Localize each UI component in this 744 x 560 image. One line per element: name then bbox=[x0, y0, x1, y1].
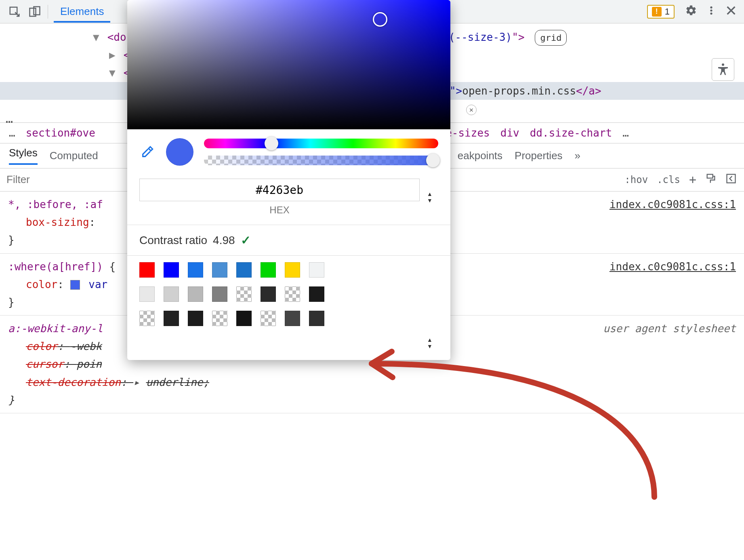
breadcrumb-item[interactable]: dd.size-chart bbox=[530, 127, 612, 139]
svg-point-5 bbox=[710, 12, 712, 14]
new-style-rule-icon[interactable]: + bbox=[689, 173, 696, 187]
palette-swatch[interactable] bbox=[139, 286, 155, 302]
breadcrumb-item[interactable]: section#ove bbox=[26, 127, 95, 139]
expand-triangle-icon[interactable]: ▼ bbox=[109, 64, 117, 82]
palette-swatch[interactable] bbox=[212, 311, 227, 326]
hov-toggle[interactable]: :hov bbox=[624, 174, 648, 185]
source-link[interactable]: index.c0c9081c.css:1 bbox=[609, 196, 736, 213]
palette-swatch[interactable] bbox=[164, 262, 179, 278]
ua-stylesheet-label: user agent stylesheet bbox=[603, 320, 736, 337]
paint-icon[interactable] bbox=[705, 173, 717, 187]
eyedropper-icon[interactable] bbox=[139, 144, 156, 160]
css-selector: a:-webkit-any-l bbox=[8, 322, 103, 335]
device-toggle-icon[interactable] bbox=[27, 4, 42, 19]
palette-swatch[interactable] bbox=[261, 262, 276, 278]
color-swatch-icon[interactable] bbox=[70, 280, 80, 290]
tab-styles[interactable]: Styles bbox=[9, 147, 38, 165]
palette-swatch[interactable] bbox=[188, 262, 203, 278]
palette-stepper[interactable]: ▲ ▼ bbox=[427, 335, 438, 351]
breadcrumb-overflow-right[interactable]: … bbox=[622, 127, 629, 139]
dom-text: open-props.min.css bbox=[462, 85, 576, 97]
alpha-slider[interactable] bbox=[204, 156, 438, 165]
palette-swatch[interactable] bbox=[188, 286, 203, 302]
svg-point-6 bbox=[722, 63, 724, 66]
breadcrumb-item[interactable]: div bbox=[500, 127, 519, 139]
inspect-icon[interactable] bbox=[7, 4, 22, 19]
palette-swatch[interactable] bbox=[188, 311, 203, 326]
contrast-label: Contrast ratio bbox=[139, 234, 207, 247]
issues-badge[interactable]: ! 1 bbox=[647, 5, 675, 19]
palette-swatch[interactable] bbox=[261, 311, 276, 326]
tab-elements[interactable]: Elements bbox=[54, 0, 110, 23]
saturation-value-area[interactable] bbox=[127, 0, 450, 129]
settings-icon[interactable] bbox=[685, 4, 697, 19]
palette-swatch[interactable] bbox=[285, 311, 300, 326]
svg-point-3 bbox=[710, 6, 712, 8]
svg-rect-7 bbox=[707, 174, 713, 178]
palette-swatch[interactable] bbox=[309, 286, 324, 302]
hue-handle[interactable] bbox=[265, 137, 278, 150]
remove-chip-icon[interactable]: × bbox=[466, 105, 477, 115]
palette-swatch[interactable] bbox=[212, 286, 227, 302]
chevron-up-icon[interactable]: ▲ bbox=[427, 337, 438, 343]
hue-slider[interactable] bbox=[204, 139, 438, 148]
alpha-handle[interactable] bbox=[426, 154, 440, 167]
contrast-ratio-row[interactable]: Contrast ratio 4.98 ✓ bbox=[127, 225, 450, 255]
computed-toggle-icon[interactable] bbox=[725, 173, 737, 187]
close-icon[interactable] bbox=[725, 5, 737, 19]
css-value[interactable]: var bbox=[88, 278, 107, 291]
tab-breakpoints[interactable]: eakpoints bbox=[458, 149, 502, 162]
hex-input[interactable] bbox=[139, 179, 420, 201]
tab-computed[interactable]: Computed bbox=[50, 149, 98, 162]
svg-rect-8 bbox=[727, 174, 736, 183]
css-property: text-decoration bbox=[26, 376, 121, 388]
cls-toggle[interactable]: .cls bbox=[657, 174, 680, 185]
palette-swatch[interactable] bbox=[236, 262, 252, 278]
expand-triangle-icon[interactable]: ▼ bbox=[93, 28, 101, 46]
svg-point-4 bbox=[710, 9, 712, 11]
dom-closing-tag: </a> bbox=[576, 85, 601, 97]
dom-tag: <do bbox=[107, 31, 126, 43]
css-selector: *, :before, :af bbox=[8, 198, 103, 211]
color-picker-popover: HEX ▲ ▼ Contrast ratio 4.98 ✓ ▲ ▼ bbox=[127, 0, 450, 360]
brace: } bbox=[8, 234, 15, 246]
subtabs-overflow[interactable]: » bbox=[575, 149, 580, 162]
color-format-label: HEX bbox=[139, 204, 420, 216]
chevron-up-icon[interactable]: ▲ bbox=[427, 191, 438, 197]
css-value: underline; bbox=[146, 376, 209, 388]
check-icon: ✓ bbox=[241, 233, 251, 247]
palette-swatch[interactable] bbox=[309, 311, 324, 326]
tab-properties[interactable]: Properties bbox=[515, 149, 563, 162]
collapsed-ancestors: … bbox=[6, 108, 14, 129]
palette-swatch[interactable] bbox=[309, 262, 324, 278]
palette-swatch[interactable] bbox=[212, 262, 227, 278]
color-palette: ▲ ▼ bbox=[127, 256, 450, 360]
grid-badge[interactable]: grid bbox=[535, 30, 567, 46]
palette-swatch[interactable] bbox=[261, 286, 276, 302]
palette-swatch[interactable] bbox=[139, 262, 155, 278]
brace: } bbox=[8, 394, 15, 406]
current-color-swatch bbox=[166, 138, 193, 166]
css-property[interactable]: color bbox=[26, 278, 57, 291]
palette-swatch[interactable] bbox=[285, 262, 300, 278]
palette-swatch[interactable] bbox=[285, 286, 300, 302]
kebab-menu-icon[interactable] bbox=[706, 5, 717, 18]
css-property[interactable]: box-sizing bbox=[26, 216, 89, 228]
palette-swatch[interactable] bbox=[164, 311, 179, 326]
chevron-down-icon[interactable]: ▼ bbox=[427, 197, 438, 204]
source-link[interactable]: index.c0c9081c.css:1 bbox=[609, 258, 736, 276]
chevron-down-icon[interactable]: ▼ bbox=[427, 343, 438, 349]
palette-swatch[interactable] bbox=[236, 311, 252, 326]
accessibility-icon[interactable] bbox=[712, 58, 734, 81]
satval-handle[interactable] bbox=[373, 12, 387, 27]
expand-triangle-icon[interactable]: ▶ bbox=[109, 46, 117, 64]
palette-swatch[interactable] bbox=[139, 311, 155, 326]
contrast-value: 4.98 bbox=[213, 234, 235, 247]
warning-icon: ! bbox=[652, 7, 662, 17]
css-selector: :where(a[href]) bbox=[8, 261, 103, 273]
palette-swatch[interactable] bbox=[164, 286, 179, 302]
palette-swatch[interactable] bbox=[236, 286, 252, 302]
color-format-stepper[interactable]: ▲ ▼ bbox=[427, 189, 438, 205]
issues-count: 1 bbox=[665, 6, 670, 17]
css-property: color bbox=[26, 340, 57, 352]
